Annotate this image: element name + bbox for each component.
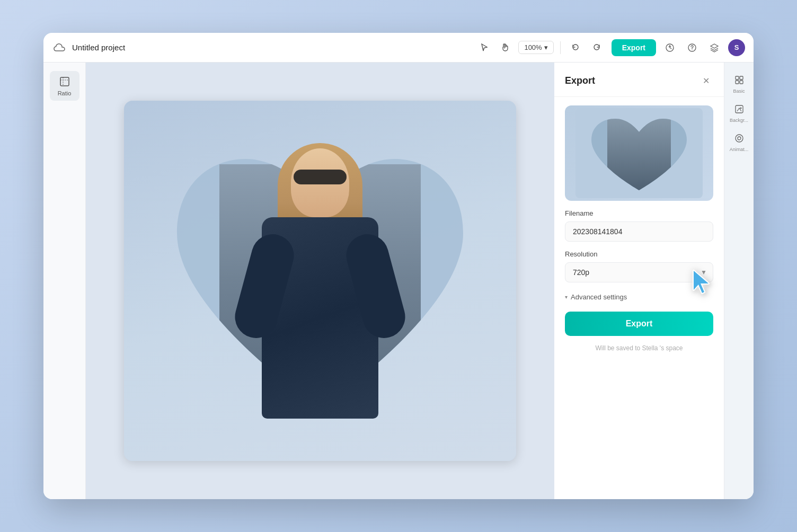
filename-label: Filename	[565, 209, 713, 217]
advanced-settings-section: ▾ Advanced settings	[554, 291, 724, 309]
right-icon-strip: Basic Backgr...	[724, 63, 754, 499]
animation-icon	[734, 134, 744, 145]
redo-icon[interactable]	[588, 39, 605, 56]
basic-icon	[734, 75, 744, 87]
strip-item-background[interactable]: Backgr...	[727, 100, 752, 127]
toolbar-left: Untitled project	[52, 40, 470, 55]
svg-rect-7	[736, 76, 739, 79]
person-image	[124, 101, 516, 461]
filename-section: Filename	[554, 209, 724, 250]
background-label: Backgr...	[730, 118, 748, 123]
canvas-frame	[124, 101, 516, 461]
svg-point-12	[740, 108, 741, 109]
zoom-control[interactable]: 100% ▾	[518, 41, 553, 54]
app-window: Untitled project 100% ▾	[43, 33, 754, 499]
basic-label: Basic	[733, 88, 745, 94]
resolution-section: Resolution 360p 480p 720p 1080p 4K ▼	[554, 250, 724, 291]
undo-icon[interactable]	[567, 39, 584, 56]
export-panel-title: Export	[565, 75, 595, 86]
ratio-icon	[58, 75, 71, 88]
zoom-value: 100%	[524, 43, 542, 51]
svg-point-14	[738, 137, 741, 140]
export-action-button[interactable]: Export	[565, 312, 713, 336]
advanced-settings-toggle[interactable]: ▾ Advanced settings	[565, 291, 713, 309]
export-panel-header: Export ✕	[554, 63, 724, 97]
zoom-chevron-icon: ▾	[544, 43, 548, 51]
svg-rect-9	[736, 81, 739, 84]
main-content: Ratio	[43, 63, 754, 499]
advanced-chevron-icon: ▾	[565, 294, 568, 300]
export-panel: Export ✕	[554, 63, 724, 499]
toolbar-divider	[560, 41, 561, 54]
svg-point-2	[692, 49, 692, 50]
strip-item-animation[interactable]: Animat...	[727, 129, 752, 156]
close-panel-button[interactable]: ✕	[698, 73, 713, 88]
cloud-icon	[52, 40, 67, 55]
save-note: Will be saved to Stella 's space	[554, 340, 724, 360]
project-title: Untitled project	[72, 43, 125, 52]
thumbnail-svg	[575, 108, 703, 198]
animation-label: Animat...	[730, 147, 749, 152]
canvas-area	[86, 63, 554, 499]
share-icon[interactable]	[661, 39, 678, 56]
svg-point-13	[736, 135, 743, 142]
advanced-settings-label: Advanced settings	[571, 293, 627, 301]
svg-rect-8	[740, 76, 743, 79]
background-icon	[734, 104, 744, 116]
help-icon[interactable]	[684, 39, 701, 56]
strip-item-basic[interactable]: Basic	[727, 71, 752, 98]
filename-input[interactable]	[565, 221, 713, 242]
sidebar-item-ratio[interactable]: Ratio	[50, 71, 79, 101]
export-header-button[interactable]: Export	[612, 39, 656, 56]
toolbar-right: Export	[612, 39, 745, 56]
resolution-select-wrapper: 360p 480p 720p 1080p 4K ▼	[565, 262, 713, 282]
resolution-label: Resolution	[565, 250, 713, 258]
svg-rect-10	[740, 81, 743, 84]
left-sidebar: Ratio	[43, 63, 86, 499]
toolbar-center: 100% ▾	[476, 39, 605, 56]
hand-tool-icon[interactable]	[497, 39, 514, 56]
right-panel: Export ✕	[554, 63, 724, 499]
ratio-label: Ratio	[58, 90, 72, 96]
toolbar: Untitled project 100% ▾	[43, 33, 754, 63]
canvas-scene	[124, 101, 516, 461]
user-avatar[interactable]: S	[728, 39, 745, 56]
svg-rect-3	[60, 77, 69, 86]
resolution-select[interactable]: 360p 480p 720p 1080p 4K	[565, 262, 713, 282]
layers-icon[interactable]	[706, 39, 723, 56]
export-preview-thumbnail	[565, 105, 713, 201]
export-button-container: Export	[554, 309, 724, 340]
svg-rect-11	[736, 105, 743, 113]
select-tool-icon[interactable]	[476, 39, 493, 56]
